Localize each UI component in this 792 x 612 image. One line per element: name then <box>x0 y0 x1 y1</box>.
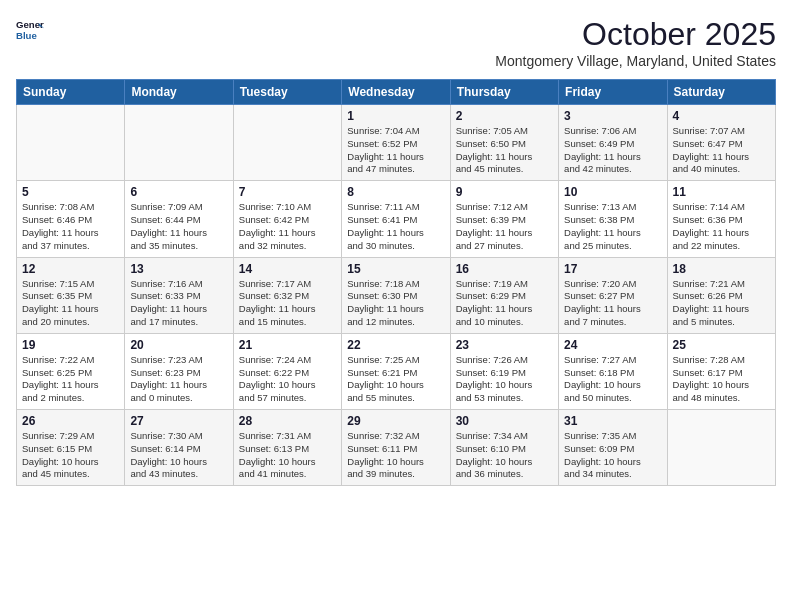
calendar-cell: 2Sunrise: 7:05 AMSunset: 6:50 PMDaylight… <box>450 105 558 181</box>
weekday-header-monday: Monday <box>125 80 233 105</box>
day-number: 30 <box>456 414 553 428</box>
day-info: Sunrise: 7:29 AMSunset: 6:15 PMDaylight:… <box>22 430 119 481</box>
calendar-cell: 19Sunrise: 7:22 AMSunset: 6:25 PMDayligh… <box>17 333 125 409</box>
weekday-header-saturday: Saturday <box>667 80 775 105</box>
day-info: Sunrise: 7:27 AMSunset: 6:18 PMDaylight:… <box>564 354 661 405</box>
day-number: 4 <box>673 109 770 123</box>
calendar-cell: 30Sunrise: 7:34 AMSunset: 6:10 PMDayligh… <box>450 410 558 486</box>
day-info: Sunrise: 7:08 AMSunset: 6:46 PMDaylight:… <box>22 201 119 252</box>
day-info: Sunrise: 7:24 AMSunset: 6:22 PMDaylight:… <box>239 354 336 405</box>
calendar-week-4: 19Sunrise: 7:22 AMSunset: 6:25 PMDayligh… <box>17 333 776 409</box>
day-number: 14 <box>239 262 336 276</box>
calendar-cell: 4Sunrise: 7:07 AMSunset: 6:47 PMDaylight… <box>667 105 775 181</box>
day-number: 12 <box>22 262 119 276</box>
calendar-cell: 7Sunrise: 7:10 AMSunset: 6:42 PMDaylight… <box>233 181 341 257</box>
day-info: Sunrise: 7:16 AMSunset: 6:33 PMDaylight:… <box>130 278 227 329</box>
day-info: Sunrise: 7:14 AMSunset: 6:36 PMDaylight:… <box>673 201 770 252</box>
calendar-week-3: 12Sunrise: 7:15 AMSunset: 6:35 PMDayligh… <box>17 257 776 333</box>
logo-icon: General Blue <box>16 16 44 44</box>
day-info: Sunrise: 7:30 AMSunset: 6:14 PMDaylight:… <box>130 430 227 481</box>
day-info: Sunrise: 7:20 AMSunset: 6:27 PMDaylight:… <box>564 278 661 329</box>
calendar-table: SundayMondayTuesdayWednesdayThursdayFrid… <box>16 79 776 486</box>
day-info: Sunrise: 7:05 AMSunset: 6:50 PMDaylight:… <box>456 125 553 176</box>
calendar-cell: 21Sunrise: 7:24 AMSunset: 6:22 PMDayligh… <box>233 333 341 409</box>
day-number: 2 <box>456 109 553 123</box>
weekday-header-wednesday: Wednesday <box>342 80 450 105</box>
calendar-cell <box>125 105 233 181</box>
calendar-week-5: 26Sunrise: 7:29 AMSunset: 6:15 PMDayligh… <box>17 410 776 486</box>
calendar-cell: 16Sunrise: 7:19 AMSunset: 6:29 PMDayligh… <box>450 257 558 333</box>
day-number: 28 <box>239 414 336 428</box>
month-title: October 2025 <box>495 16 776 53</box>
calendar-cell: 27Sunrise: 7:30 AMSunset: 6:14 PMDayligh… <box>125 410 233 486</box>
day-number: 29 <box>347 414 444 428</box>
calendar-cell: 18Sunrise: 7:21 AMSunset: 6:26 PMDayligh… <box>667 257 775 333</box>
svg-text:Blue: Blue <box>16 30 37 41</box>
day-number: 20 <box>130 338 227 352</box>
calendar-cell: 31Sunrise: 7:35 AMSunset: 6:09 PMDayligh… <box>559 410 667 486</box>
day-number: 19 <box>22 338 119 352</box>
day-number: 11 <box>673 185 770 199</box>
day-info: Sunrise: 7:21 AMSunset: 6:26 PMDaylight:… <box>673 278 770 329</box>
calendar-cell: 29Sunrise: 7:32 AMSunset: 6:11 PMDayligh… <box>342 410 450 486</box>
day-info: Sunrise: 7:12 AMSunset: 6:39 PMDaylight:… <box>456 201 553 252</box>
day-info: Sunrise: 7:18 AMSunset: 6:30 PMDaylight:… <box>347 278 444 329</box>
day-info: Sunrise: 7:19 AMSunset: 6:29 PMDaylight:… <box>456 278 553 329</box>
day-info: Sunrise: 7:04 AMSunset: 6:52 PMDaylight:… <box>347 125 444 176</box>
title-block: October 2025 Montgomery Village, Marylan… <box>495 16 776 69</box>
calendar-cell: 5Sunrise: 7:08 AMSunset: 6:46 PMDaylight… <box>17 181 125 257</box>
calendar-cell: 20Sunrise: 7:23 AMSunset: 6:23 PMDayligh… <box>125 333 233 409</box>
day-info: Sunrise: 7:28 AMSunset: 6:17 PMDaylight:… <box>673 354 770 405</box>
day-info: Sunrise: 7:25 AMSunset: 6:21 PMDaylight:… <box>347 354 444 405</box>
calendar-week-2: 5Sunrise: 7:08 AMSunset: 6:46 PMDaylight… <box>17 181 776 257</box>
calendar-cell: 25Sunrise: 7:28 AMSunset: 6:17 PMDayligh… <box>667 333 775 409</box>
calendar-cell: 23Sunrise: 7:26 AMSunset: 6:19 PMDayligh… <box>450 333 558 409</box>
weekday-header-sunday: Sunday <box>17 80 125 105</box>
calendar-cell: 9Sunrise: 7:12 AMSunset: 6:39 PMDaylight… <box>450 181 558 257</box>
weekday-header-tuesday: Tuesday <box>233 80 341 105</box>
day-number: 23 <box>456 338 553 352</box>
calendar-cell: 17Sunrise: 7:20 AMSunset: 6:27 PMDayligh… <box>559 257 667 333</box>
calendar-cell <box>233 105 341 181</box>
calendar-cell: 13Sunrise: 7:16 AMSunset: 6:33 PMDayligh… <box>125 257 233 333</box>
day-info: Sunrise: 7:23 AMSunset: 6:23 PMDaylight:… <box>130 354 227 405</box>
day-info: Sunrise: 7:35 AMSunset: 6:09 PMDaylight:… <box>564 430 661 481</box>
calendar-cell: 10Sunrise: 7:13 AMSunset: 6:38 PMDayligh… <box>559 181 667 257</box>
day-info: Sunrise: 7:09 AMSunset: 6:44 PMDaylight:… <box>130 201 227 252</box>
day-number: 3 <box>564 109 661 123</box>
day-info: Sunrise: 7:15 AMSunset: 6:35 PMDaylight:… <box>22 278 119 329</box>
day-info: Sunrise: 7:06 AMSunset: 6:49 PMDaylight:… <box>564 125 661 176</box>
logo: General Blue <box>16 16 44 44</box>
day-number: 9 <box>456 185 553 199</box>
calendar-cell: 1Sunrise: 7:04 AMSunset: 6:52 PMDaylight… <box>342 105 450 181</box>
calendar-cell: 24Sunrise: 7:27 AMSunset: 6:18 PMDayligh… <box>559 333 667 409</box>
day-info: Sunrise: 7:11 AMSunset: 6:41 PMDaylight:… <box>347 201 444 252</box>
calendar-cell: 14Sunrise: 7:17 AMSunset: 6:32 PMDayligh… <box>233 257 341 333</box>
calendar-cell <box>17 105 125 181</box>
day-info: Sunrise: 7:07 AMSunset: 6:47 PMDaylight:… <box>673 125 770 176</box>
day-number: 27 <box>130 414 227 428</box>
weekday-header-thursday: Thursday <box>450 80 558 105</box>
calendar-cell: 3Sunrise: 7:06 AMSunset: 6:49 PMDaylight… <box>559 105 667 181</box>
calendar-cell: 12Sunrise: 7:15 AMSunset: 6:35 PMDayligh… <box>17 257 125 333</box>
day-number: 31 <box>564 414 661 428</box>
day-info: Sunrise: 7:13 AMSunset: 6:38 PMDaylight:… <box>564 201 661 252</box>
day-number: 13 <box>130 262 227 276</box>
day-number: 6 <box>130 185 227 199</box>
calendar-cell: 8Sunrise: 7:11 AMSunset: 6:41 PMDaylight… <box>342 181 450 257</box>
day-info: Sunrise: 7:17 AMSunset: 6:32 PMDaylight:… <box>239 278 336 329</box>
weekday-header-row: SundayMondayTuesdayWednesdayThursdayFrid… <box>17 80 776 105</box>
calendar-cell <box>667 410 775 486</box>
calendar-cell: 15Sunrise: 7:18 AMSunset: 6:30 PMDayligh… <box>342 257 450 333</box>
day-info: Sunrise: 7:10 AMSunset: 6:42 PMDaylight:… <box>239 201 336 252</box>
calendar-cell: 26Sunrise: 7:29 AMSunset: 6:15 PMDayligh… <box>17 410 125 486</box>
day-info: Sunrise: 7:32 AMSunset: 6:11 PMDaylight:… <box>347 430 444 481</box>
calendar-cell: 22Sunrise: 7:25 AMSunset: 6:21 PMDayligh… <box>342 333 450 409</box>
day-info: Sunrise: 7:26 AMSunset: 6:19 PMDaylight:… <box>456 354 553 405</box>
day-number: 22 <box>347 338 444 352</box>
day-info: Sunrise: 7:31 AMSunset: 6:13 PMDaylight:… <box>239 430 336 481</box>
day-number: 15 <box>347 262 444 276</box>
day-info: Sunrise: 7:34 AMSunset: 6:10 PMDaylight:… <box>456 430 553 481</box>
calendar-cell: 6Sunrise: 7:09 AMSunset: 6:44 PMDaylight… <box>125 181 233 257</box>
weekday-header-friday: Friday <box>559 80 667 105</box>
